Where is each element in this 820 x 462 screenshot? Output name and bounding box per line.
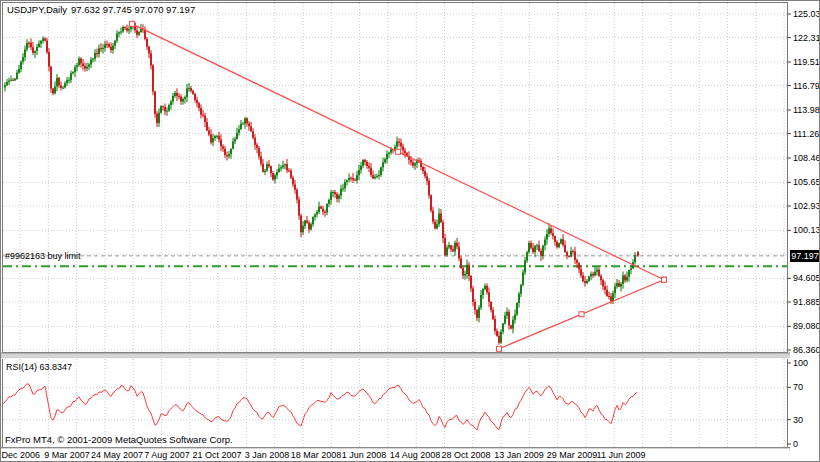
price-axis-label: 125.035 <box>793 9 820 19</box>
price-axis-label: 91.885 <box>793 297 820 307</box>
trendline-marker[interactable] <box>497 346 502 351</box>
rsi-scale-label: 70 <box>793 382 803 392</box>
trendline-marker[interactable] <box>579 312 584 317</box>
rsi-indicator-label: RSI(14) 63.8347 <box>6 362 72 372</box>
price-axis-label: 105.655 <box>793 177 820 187</box>
time-axis-label: 8 Dec 2006 <box>0 450 40 460</box>
time-axis-label: 1 Jun 2008 <box>342 450 387 460</box>
time-axis-label: 13 Jan 2009 <box>494 450 544 460</box>
rsi-scale-label: 30 <box>793 415 803 425</box>
price-axis-label: 102.935 <box>793 201 820 211</box>
price-axis-label: 119.510 <box>793 57 820 67</box>
time-axis-label: 21 Oct 2007 <box>192 450 241 460</box>
price-axis-label: 86.360 <box>793 345 820 355</box>
price-axis-label: 100.130 <box>793 225 820 235</box>
ohlc-values: 97.632 97.745 97.070 97.197 <box>71 4 195 15</box>
price-axis-label: 94.605 <box>793 273 820 283</box>
current-price-tag: 97.197 <box>790 250 820 262</box>
time-axis[interactable]: 8 Dec 20069 Mar 200724 May 20077 Aug 200… <box>1 449 789 462</box>
price-axis[interactable]: 125.035122.315119.510116.790113.985111.2… <box>789 1 820 447</box>
trendline-marker[interactable] <box>396 149 401 154</box>
pane-divider[interactable] <box>1 353 790 359</box>
chart-canvas[interactable] <box>1 1 820 462</box>
price-axis-label: 89.080 <box>793 321 820 331</box>
price-axis-label: 116.790 <box>793 81 820 91</box>
price-axis-label: 111.265 <box>793 129 820 139</box>
time-axis-label: 28 Oct 2008 <box>441 450 490 460</box>
chart-quote-header: USDJPY,Daily97.632 97.745 97.070 97.197 <box>7 4 199 15</box>
time-axis-label: 9 Mar 2007 <box>44 450 90 460</box>
price-axis-label: 108.460 <box>793 153 820 163</box>
mt4-chart-window: USDJPY,Daily97.632 97.745 97.070 97.197 … <box>0 0 820 462</box>
time-axis-label: 18 Mar 2008 <box>291 450 342 460</box>
price-axis-label: 122.315 <box>793 33 820 43</box>
time-axis-label: 7 Aug 2007 <box>144 450 190 460</box>
price-pane-frame <box>3 3 788 353</box>
buy-limit-order-label: #9962163 buy limit <box>5 251 81 261</box>
rsi-scale-label: 0 <box>793 439 798 449</box>
rsi-scale-label: 100 <box>793 358 808 368</box>
time-axis-label: 3 Jan 2008 <box>245 450 290 460</box>
symbol-timeframe: USDJPY,Daily <box>7 4 67 15</box>
time-axis-label: 14 Aug 2008 <box>390 450 441 460</box>
time-axis-label: 11 Jun 2009 <box>597 450 646 460</box>
trendline-marker[interactable] <box>130 21 135 26</box>
time-axis-label: 29 Mar 2009 <box>547 450 598 460</box>
copyright-text: FxPro MT4, © 2001-2009 MetaQuotes Softwa… <box>5 434 233 445</box>
time-axis-label: 24 May 2007 <box>91 450 143 460</box>
price-axis-label: 113.985 <box>793 105 820 115</box>
trendline-marker[interactable] <box>662 277 667 282</box>
